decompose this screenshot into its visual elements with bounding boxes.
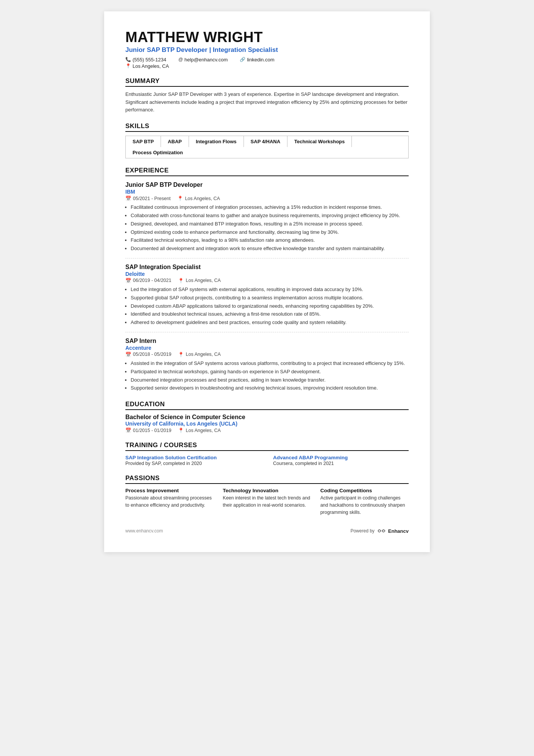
job-1-bullets: Facilitated continuous improvement of in… bbox=[125, 203, 409, 253]
education-title: EDUCATION bbox=[125, 401, 409, 410]
brand-name: Enhancv bbox=[388, 528, 409, 534]
job-3-company: Accenture bbox=[125, 345, 409, 351]
contact-row: 📞 (555) 555-1234 @ help@enhancv.com 🔗 li… bbox=[125, 57, 409, 63]
calendar-icon: 📅 bbox=[125, 278, 131, 283]
email-icon: @ bbox=[178, 57, 183, 62]
skill-sap-btp: SAP BTP bbox=[126, 136, 161, 147]
job-1-dates: 📅 05/2021 - Present bbox=[125, 196, 170, 201]
skill-sap-hana: SAP 4/HANA bbox=[244, 136, 288, 147]
skill-abap: ABAP bbox=[161, 136, 189, 147]
summary-text: Enthusiastic Junior SAP BTP Developer wi… bbox=[125, 91, 409, 114]
list-item: Identified and troubleshot technical iss… bbox=[131, 310, 409, 318]
candidate-title: Junior SAP BTP Developer | Integration S… bbox=[125, 46, 409, 54]
location-row: 📍 Los Angeles, CA bbox=[125, 63, 409, 69]
location-text: Los Angeles, CA bbox=[133, 63, 169, 69]
passion-2: Technology Innovation Keen interest in t… bbox=[223, 488, 311, 516]
list-item: Supported senior developers in troublesh… bbox=[131, 384, 409, 392]
pin-icon: 📍 bbox=[178, 352, 184, 357]
calendar-icon: 📅 bbox=[125, 352, 131, 357]
job-2-location: 📍 Los Angeles, CA bbox=[178, 278, 220, 283]
email-address: help@enhancv.com bbox=[184, 57, 228, 63]
footer-brand: Powered by Enhancv bbox=[350, 528, 409, 534]
skills-title: SKILLS bbox=[125, 122, 409, 132]
job-3-location: 📍 Los Angeles, CA bbox=[178, 352, 220, 357]
passion-3-desc: Active participant in coding challenges … bbox=[320, 495, 409, 516]
powered-by-text: Powered by bbox=[350, 528, 374, 534]
email-contact: @ help@enhancv.com bbox=[178, 57, 228, 63]
link-icon: 🔗 bbox=[240, 57, 245, 62]
list-item: Adhered to development guidelines and be… bbox=[131, 319, 409, 327]
passion-1-title: Process Improvement bbox=[125, 488, 214, 493]
job-3-dates: 📅 05/2018 - 05/2019 bbox=[125, 352, 171, 357]
header: MATTHEW WRIGHT Junior SAP BTP Developer … bbox=[125, 30, 409, 69]
list-item: Developed custom ABAP applications tailo… bbox=[131, 302, 409, 310]
calendar-icon: 📅 bbox=[125, 427, 131, 433]
passions-section: PASSIONS Process Improvement Passionate … bbox=[125, 474, 409, 516]
list-item: Assisted in the integration of SAP syste… bbox=[131, 360, 409, 368]
job-1-location: 📍 Los Angeles, CA bbox=[177, 196, 220, 201]
skills-section: SKILLS SAP BTP ABAP Integration Flows SA… bbox=[125, 122, 409, 158]
list-item: Supported global SAP rollout projects, c… bbox=[131, 294, 409, 302]
location-icon: 📍 bbox=[125, 63, 131, 69]
training-title: TRAINING / COURSES bbox=[125, 441, 409, 451]
list-item: Designed, developed, and maintained BTP … bbox=[131, 220, 409, 228]
enhancv-logo: Enhancv bbox=[377, 528, 409, 534]
list-item: Participated in technical workshops, gai… bbox=[131, 368, 409, 376]
skill-integration-flows: Integration Flows bbox=[189, 136, 244, 147]
enhancv-logo-mark bbox=[377, 528, 387, 534]
training-section: TRAINING / COURSES SAP Integration Solut… bbox=[125, 441, 409, 466]
passion-1: Process Improvement Passionate about str… bbox=[125, 488, 214, 516]
list-item: Documented all development and integrati… bbox=[131, 245, 409, 253]
skills-list: SAP BTP ABAP Integration Flows SAP 4/HAN… bbox=[125, 136, 409, 158]
job-2-meta: 📅 06/2019 - 04/2021 📍 Los Angeles, CA bbox=[125, 278, 409, 283]
passion-2-desc: Keen interest in the latest tech trends … bbox=[223, 495, 311, 509]
linkedin-url: linkedin.com bbox=[247, 57, 274, 63]
job-2: SAP Integration Specialist Deloitte 📅 06… bbox=[125, 264, 409, 327]
experience-title: EXPERIENCE bbox=[125, 167, 409, 176]
passions-title: PASSIONS bbox=[125, 474, 409, 484]
list-item: Collaborated with cross-functional teams… bbox=[131, 212, 409, 220]
training-1-sub: Provided by SAP, completed in 2020 bbox=[125, 461, 261, 466]
pin-icon: 📍 bbox=[178, 427, 184, 433]
passion-3: Coding Competitions Active participant i… bbox=[320, 488, 409, 516]
job-3: SAP Intern Accenture 📅 05/2018 - 05/2019… bbox=[125, 338, 409, 392]
candidate-name: MATTHEW WRIGHT bbox=[125, 30, 409, 45]
list-item: Facilitated continuous improvement of in… bbox=[131, 203, 409, 211]
training-2-title: Advanced ABAP Programming bbox=[273, 455, 409, 460]
passions-grid: Process Improvement Passionate about str… bbox=[125, 488, 409, 516]
edu-meta: 📅 01/2015 - 01/2019 📍 Los Angeles, CA bbox=[125, 427, 409, 433]
list-item: Documented integration processes and bes… bbox=[131, 376, 409, 384]
job-1: Junior SAP BTP Developer IBM 📅 05/2021 -… bbox=[125, 182, 409, 253]
passion-3-title: Coding Competitions bbox=[320, 488, 409, 493]
pin-icon: 📍 bbox=[177, 196, 183, 201]
job-1-title: Junior SAP BTP Developer bbox=[125, 182, 409, 188]
school-name: University of California, Los Angeles (U… bbox=[125, 421, 409, 427]
job-2-bullets: Led the integration of SAP systems with … bbox=[125, 286, 409, 327]
job-2-dates: 📅 06/2019 - 04/2021 bbox=[125, 278, 171, 283]
list-item: Optimized existing code to enhance perfo… bbox=[131, 229, 409, 236]
training-grid: SAP Integration Solution Certification P… bbox=[125, 455, 409, 466]
footer-website: www.enhancv.com bbox=[125, 528, 163, 534]
resume-container: MATTHEW WRIGHT Junior SAP BTP Developer … bbox=[104, 11, 430, 552]
training-item-2: Advanced ABAP Programming Coursera, comp… bbox=[273, 455, 409, 466]
education-section: EDUCATION Bachelor of Science in Compute… bbox=[125, 401, 409, 433]
footer: www.enhancv.com Powered by Enhancv bbox=[125, 528, 409, 534]
passion-2-title: Technology Innovation bbox=[223, 488, 311, 493]
edu-location: 📍 Los Angeles, CA bbox=[178, 427, 220, 433]
list-item: Led the integration of SAP systems with … bbox=[131, 286, 409, 294]
skill-process-optimization: Process Optimization bbox=[126, 147, 190, 158]
edu-dates: 📅 01/2015 - 01/2019 bbox=[125, 427, 171, 433]
degree-title: Bachelor of Science in Computer Science bbox=[125, 414, 409, 421]
linkedin-contact: 🔗 linkedin.com bbox=[240, 57, 274, 63]
summary-title: SUMMARY bbox=[125, 77, 409, 87]
passion-1-desc: Passionate about streamlining processes … bbox=[125, 495, 214, 509]
training-2-sub: Coursera, completed in 2021 bbox=[273, 461, 409, 466]
job-3-bullets: Assisted in the integration of SAP syste… bbox=[125, 360, 409, 392]
list-item: Facilitated technical workshops, leading… bbox=[131, 236, 409, 244]
training-item-1: SAP Integration Solution Certification P… bbox=[125, 455, 261, 466]
job-2-title: SAP Integration Specialist bbox=[125, 264, 409, 271]
pin-icon: 📍 bbox=[178, 278, 184, 283]
phone-number: (555) 555-1234 bbox=[133, 57, 166, 63]
summary-section: SUMMARY Enthusiastic Junior SAP BTP Deve… bbox=[125, 77, 409, 114]
job-1-company: IBM bbox=[125, 189, 409, 195]
